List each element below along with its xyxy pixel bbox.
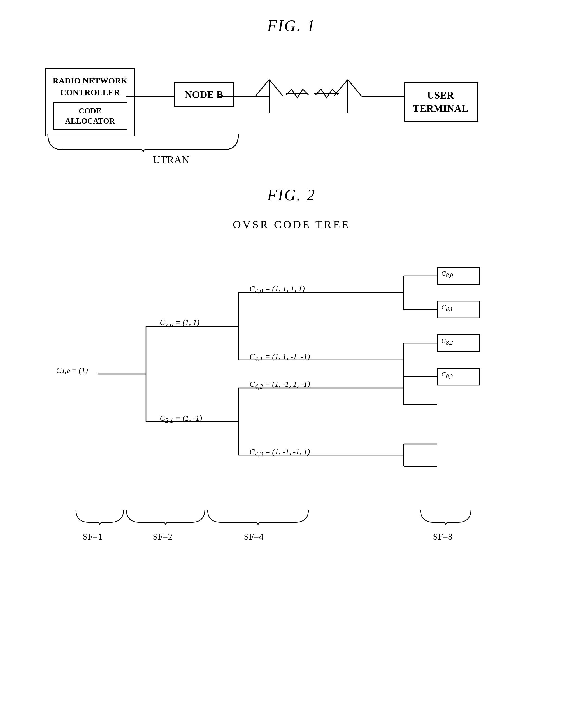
sf-section: SF=1 SF=2 SF=4 SF=8 (53, 509, 530, 542)
utran-section: UTRAN (45, 133, 241, 166)
rnc-label: RADIO NETWORKCONTROLLER (53, 75, 128, 98)
ut-label: USERTERMINAL (413, 89, 468, 114)
sf-brace-svg (53, 509, 530, 542)
c80-label: C8,0 (441, 270, 453, 279)
svg-line-9 (348, 80, 362, 96)
rnc-box: RADIO NETWORKCONTROLLER CODEALLOCATOR (45, 68, 135, 136)
c41-label: C4,1 = (1, 1, -1, -1) (250, 352, 310, 363)
svg-line-8 (334, 80, 348, 96)
c83-label: C8,3 (441, 370, 453, 380)
code-allocator-box: CODEALLOCATOR (53, 102, 128, 130)
c42-label: C4,2 = (1, -1, 1, -1) (250, 380, 310, 390)
sf8-label: SF=8 (433, 531, 453, 542)
ut-box: USERTERMINAL (404, 82, 478, 122)
c21-label: C2,1 = (1, -1) (160, 414, 202, 424)
fig2-section: FIG. 2 OVSR CODE TREE (34, 186, 549, 542)
fig1-title: FIG. 1 (34, 17, 549, 35)
sf2-label: SF=2 (153, 531, 173, 542)
nodeb-box: NODE B (174, 82, 234, 107)
code-allocator-label: CODEALLOCATOR (65, 106, 115, 125)
c40-label: C4,0 = (1, 1, 1, 1) (250, 284, 305, 295)
svg-line-4 (269, 80, 283, 96)
nodeb-label: NODE B (185, 89, 223, 100)
c81-label: C8,1 (441, 303, 453, 312)
sf1-label: SF=1 (83, 531, 103, 542)
utran-brace-svg (45, 133, 241, 155)
utran-label: UTRAN (101, 154, 241, 166)
page: FIG. 1 (0, 0, 583, 728)
c10-label: C₁,₀ = (1) (56, 366, 88, 375)
tree-diagram: C₁,₀ = (1) C2,0 = (1, 1) C2,1 = (1, -1) … (53, 248, 530, 500)
c82-label: C8,2 (441, 337, 453, 346)
svg-line-3 (255, 80, 269, 96)
fig2-title: FIG. 2 (34, 186, 549, 204)
sf4-label: SF=4 (244, 531, 263, 542)
fig1-diagram: RADIO NETWORKCONTROLLER CODEALLOCATOR NO… (40, 52, 544, 158)
ovsr-title: OVSR CODE TREE (34, 218, 549, 231)
c43-label: C4,3 = (1, -1, -1, 1) (250, 447, 310, 458)
c20-label: C2,0 = (1, 1) (160, 318, 200, 329)
